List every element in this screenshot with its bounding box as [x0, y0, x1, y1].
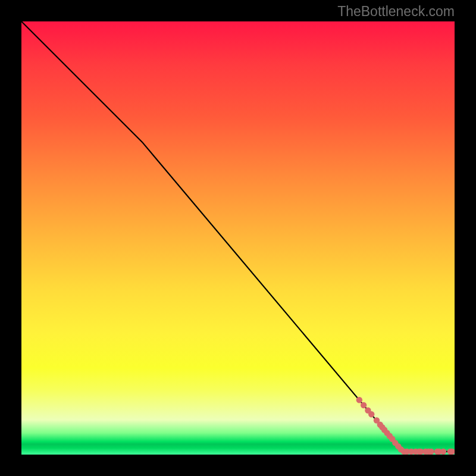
data-point [368, 411, 374, 417]
data-point [428, 449, 434, 455]
data-point [356, 397, 362, 403]
chart-frame: TheBottleneck.com [0, 0, 476, 476]
chart-overlay [21, 21, 455, 455]
bottleneck-curve [21, 21, 455, 452]
data-points [356, 397, 455, 455]
data-point [361, 402, 367, 408]
watermark-text: TheBottleneck.com [337, 4, 455, 20]
data-point [440, 449, 446, 455]
plot-area [21, 21, 455, 455]
